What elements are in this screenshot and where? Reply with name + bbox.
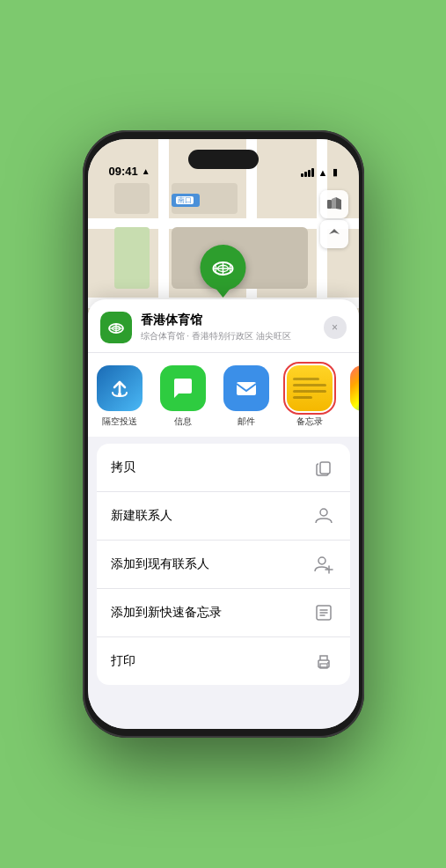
action-new-contact[interactable]: 新建联系人 [97,492,350,541]
location-arrow-icon: ▲ [142,166,150,176]
print-icon [311,649,336,673]
share-mail[interactable]: 邮件 [215,365,278,428]
person-add-icon [311,552,336,577]
svg-rect-14 [237,382,256,395]
action-copy[interactable]: 拷贝 [97,444,350,492]
copy-label: 拷贝 [111,460,135,475]
airdrop-icon [97,365,143,411]
action-add-quick-note[interactable]: 添加到新快速备忘录 [97,589,350,637]
venue-avatar-icon [100,312,132,343]
battery-icon: ▮ [333,166,338,178]
bottom-sheet: 香港体育馆 综合体育馆 · 香港特别行政区 油尖旺区 × [88,299,359,729]
add-quick-note-label: 添加到新快速备忘录 [111,605,222,621]
notes-icon [287,365,333,411]
pin-circle-icon [201,245,246,291]
new-contact-label: 新建联系人 [111,508,172,524]
airdrop-label: 隔空投送 [102,416,137,428]
person-icon [311,504,336,528]
share-messages[interactable]: 信息 [151,365,215,428]
venue-name: 香港体育馆 [141,313,315,328]
share-notes[interactable]: 备忘录 [278,365,341,428]
messages-label: 信息 [174,416,192,428]
svg-point-13 [118,393,121,396]
svg-point-29 [327,662,329,664]
venue-info: 香港体育馆 综合体育馆 · 香港特别行政区 油尖旺区 [141,313,315,342]
svg-rect-6 [327,200,332,209]
close-button[interactable]: × [324,316,347,339]
wifi-icon: ▲ [318,167,328,178]
copy-icon [311,455,336,480]
phone-screen: 09:41 ▲ ▲ ▮ [88,139,359,729]
more-icon [350,365,359,411]
status-icons: ▲ ▮ [301,166,338,178]
share-airdrop[interactable]: 隔空投送 [88,365,151,428]
action-print[interactable]: 打印 [97,637,350,685]
svg-point-20 [318,557,325,564]
svg-marker-7 [332,197,336,209]
dynamic-island [188,150,259,169]
action-list: 拷贝 新建联系人 [97,444,350,685]
sheet-header: 香港体育馆 综合体育馆 · 香港特别行政区 油尖旺区 × [88,299,359,353]
share-row: 隔空投送 信息 [88,353,359,444]
map-type-button[interactable] [320,190,348,218]
svg-rect-18 [320,462,330,474]
action-add-existing[interactable]: 添加到现有联系人 [97,541,350,589]
svg-point-19 [320,509,327,516]
add-existing-label: 添加到现有联系人 [111,556,209,572]
memo-icon [311,600,336,625]
mail-icon [223,365,269,411]
phone-frame: 09:41 ▲ ▲ ▮ [83,130,364,738]
svg-marker-8 [336,197,341,210]
time-display: 09:41 [109,165,138,178]
map-controls [320,190,348,248]
print-label: 打印 [111,653,135,669]
signal-bars-icon [301,168,314,177]
share-more[interactable]: 提 [341,365,359,428]
notes-lines [287,371,333,403]
bottom-spacer [88,685,359,729]
messages-icon [160,365,206,411]
stadium-icon [210,254,237,281]
location-button[interactable] [320,220,348,248]
notes-label: 备忘录 [296,416,323,428]
status-time: 09:41 ▲ [109,165,150,178]
south-entrance-label: 南口 南口 [172,194,200,207]
mail-label: 邮件 [238,416,255,428]
venue-description: 综合体育馆 · 香港特别行政区 油尖旺区 [141,330,315,342]
